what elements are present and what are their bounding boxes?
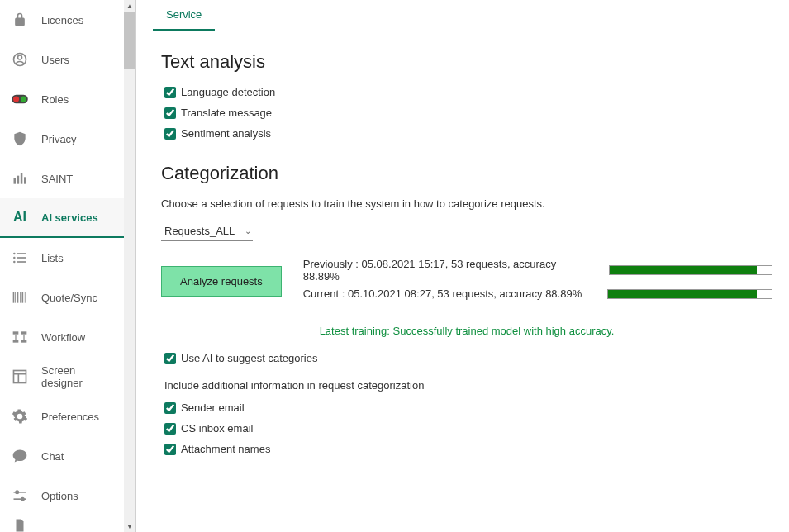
scroll-up-icon[interactable]: ▲ bbox=[124, 0, 135, 12]
current-progress-bar bbox=[607, 289, 772, 299]
svg-rect-21 bbox=[13, 331, 19, 334]
svg-rect-22 bbox=[21, 331, 27, 334]
ai-icon: AI bbox=[10, 207, 30, 227]
previously-progress-bar bbox=[609, 265, 772, 275]
checkbox-sentiment-analysis: Sentiment analysis bbox=[161, 127, 772, 140]
categorization-description: Choose a selection of requests to train … bbox=[161, 197, 772, 210]
svg-rect-10 bbox=[17, 253, 26, 254]
checkbox-label: Attachment names bbox=[181, 443, 270, 455]
previously-training-text: Previously : 05.08.2021 15:17, 53 reques… bbox=[303, 258, 592, 283]
svg-rect-19 bbox=[22, 292, 24, 302]
sidebar-item-label: Privacy bbox=[41, 133, 77, 145]
sidebar-item-options[interactable]: Options bbox=[0, 476, 124, 515]
scrollbar-thumb[interactable] bbox=[124, 12, 135, 69]
document-icon bbox=[10, 515, 30, 532]
current-training-text: Current : 05.10.2021 08:27, 53 requests,… bbox=[303, 287, 582, 300]
checkbox-label: Sentiment analysis bbox=[181, 127, 271, 140]
tab-service[interactable]: Service bbox=[153, 0, 215, 31]
heading-text-analysis: Text analysis bbox=[161, 51, 772, 73]
sidebar-item-label: Licences bbox=[41, 14, 83, 26]
checkbox-sender-email: Sender email bbox=[161, 401, 772, 414]
translate-message-checkbox[interactable] bbox=[164, 107, 176, 119]
svg-point-29 bbox=[16, 491, 18, 493]
sidebar-item-chat[interactable]: Chat bbox=[0, 436, 124, 476]
sentiment-analysis-checkbox[interactable] bbox=[164, 128, 176, 140]
checkbox-attachment-names: Attachment names bbox=[161, 443, 772, 455]
sender-email-checkbox[interactable] bbox=[164, 402, 176, 414]
checkbox-language-detection: Language detection bbox=[161, 86, 772, 98]
checkbox-cs-inbox-email: CS inbox email bbox=[161, 422, 772, 435]
sidebar-item-privacy[interactable]: Privacy bbox=[0, 119, 124, 159]
requests-dropdown[interactable]: Requests_ALL ⌄ bbox=[161, 221, 253, 241]
bars-icon bbox=[10, 169, 30, 188]
main-panel: Service Text analysis Language detection… bbox=[136, 0, 789, 532]
list-icon bbox=[10, 248, 30, 268]
checkbox-label: Translate message bbox=[181, 107, 272, 119]
sidebar-scrollbar[interactable]: ▲ ▼ bbox=[124, 0, 135, 532]
training-status-message: Latest training: Successfully trained mo… bbox=[161, 325, 772, 337]
chevron-down-icon: ⌄ bbox=[245, 226, 251, 235]
svg-rect-20 bbox=[25, 292, 26, 302]
svg-rect-23 bbox=[13, 340, 19, 342]
svg-point-1 bbox=[18, 55, 22, 59]
dropdown-selected: Requests_ALL bbox=[164, 225, 235, 237]
heading-categorization: Categorization bbox=[161, 163, 772, 184]
sidebar-item-more[interactable] bbox=[0, 515, 124, 532]
svg-rect-24 bbox=[21, 340, 27, 342]
svg-rect-25 bbox=[14, 371, 26, 383]
lock-icon bbox=[10, 10, 30, 30]
sidebar-item-roles[interactable]: Roles bbox=[0, 79, 124, 119]
svg-point-31 bbox=[21, 498, 24, 501]
sidebar: Licences Users Roles Privacy SAINT bbox=[0, 0, 136, 532]
sidebar-item-label: Users bbox=[41, 54, 69, 66]
sidebar-item-label: Preferences bbox=[41, 411, 99, 423]
svg-rect-14 bbox=[17, 261, 26, 263]
scroll-down-icon[interactable]: ▼ bbox=[124, 520, 135, 532]
svg-rect-18 bbox=[20, 292, 21, 302]
svg-rect-17 bbox=[17, 292, 19, 302]
svg-point-9 bbox=[13, 253, 16, 255]
gear-icon bbox=[10, 406, 30, 426]
sidebar-item-label: Roles bbox=[41, 93, 69, 106]
sidebar-item-label: Lists bbox=[41, 252, 64, 264]
sidebar-item-label: Quote/Sync bbox=[41, 292, 97, 304]
use-ai-checkbox[interactable] bbox=[164, 353, 176, 364]
svg-rect-6 bbox=[17, 176, 20, 184]
svg-point-13 bbox=[13, 261, 16, 264]
svg-point-4 bbox=[21, 96, 26, 102]
sidebar-item-workflow[interactable]: Workflow bbox=[0, 317, 124, 357]
sidebar-item-users[interactable]: Users bbox=[0, 40, 124, 79]
svg-point-11 bbox=[13, 257, 16, 259]
cs-inbox-email-checkbox[interactable] bbox=[164, 423, 176, 435]
svg-point-3 bbox=[13, 96, 19, 102]
barcode-icon bbox=[10, 287, 30, 307]
sidebar-item-saint[interactable]: SAINT bbox=[0, 159, 124, 198]
sidebar-item-label: Options bbox=[41, 490, 78, 502]
sidebar-item-label: Screen designer bbox=[41, 364, 114, 389]
sidebar-item-screen-designer[interactable]: Screen designer bbox=[0, 357, 124, 397]
progress-fill bbox=[608, 290, 757, 298]
sidebar-item-quote-sync[interactable]: Quote/Sync bbox=[0, 278, 124, 317]
svg-rect-15 bbox=[13, 292, 15, 302]
sidebar-item-preferences[interactable]: Preferences bbox=[0, 397, 124, 436]
sidebar-item-label: Workflow bbox=[41, 331, 85, 344]
sidebar-item-ai-services[interactable]: AI AI services bbox=[0, 198, 124, 238]
svg-rect-5 bbox=[14, 178, 17, 184]
sidebar-item-label: AI services bbox=[41, 211, 98, 224]
svg-rect-7 bbox=[21, 173, 23, 183]
progress-fill bbox=[610, 266, 757, 274]
sidebar-item-licences[interactable]: Licences bbox=[0, 0, 124, 40]
svg-rect-16 bbox=[15, 292, 16, 302]
checkbox-translate-message: Translate message bbox=[161, 107, 772, 119]
analyze-requests-button[interactable]: Analyze requests bbox=[161, 266, 282, 297]
toggle-icon bbox=[10, 89, 30, 109]
svg-rect-12 bbox=[17, 257, 26, 259]
user-icon bbox=[10, 50, 30, 69]
language-detection-checkbox[interactable] bbox=[164, 87, 176, 98]
sidebar-item-label: SAINT bbox=[41, 173, 73, 185]
attachment-names-checkbox[interactable] bbox=[164, 444, 176, 455]
checkbox-use-ai: Use AI to suggest categories bbox=[161, 352, 772, 364]
checkbox-label: CS inbox email bbox=[181, 422, 253, 435]
sidebar-item-lists[interactable]: Lists bbox=[0, 238, 124, 278]
layout-icon bbox=[10, 367, 30, 387]
